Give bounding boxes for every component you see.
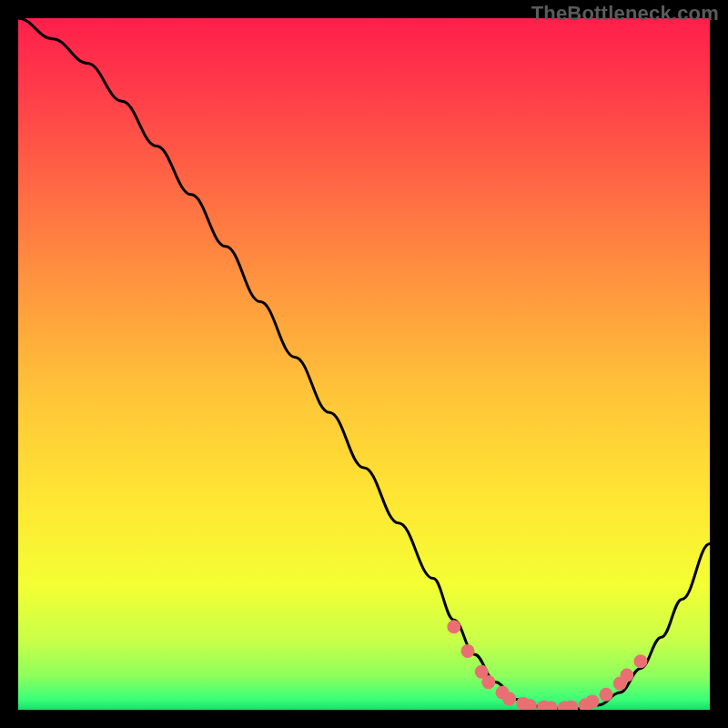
optimal-dot (461, 644, 475, 658)
optimal-dot (481, 675, 495, 689)
watermark-text: TheBottleneck.com (531, 2, 719, 25)
optimal-dot (600, 688, 613, 702)
optimal-dot (620, 669, 633, 682)
optimal-dot (447, 620, 460, 633)
optimal-dot (502, 692, 516, 705)
optimal-dot (634, 654, 648, 668)
optimal-dot (585, 694, 599, 708)
gradient-background (18, 18, 710, 710)
bottleneck-chart (18, 18, 710, 710)
